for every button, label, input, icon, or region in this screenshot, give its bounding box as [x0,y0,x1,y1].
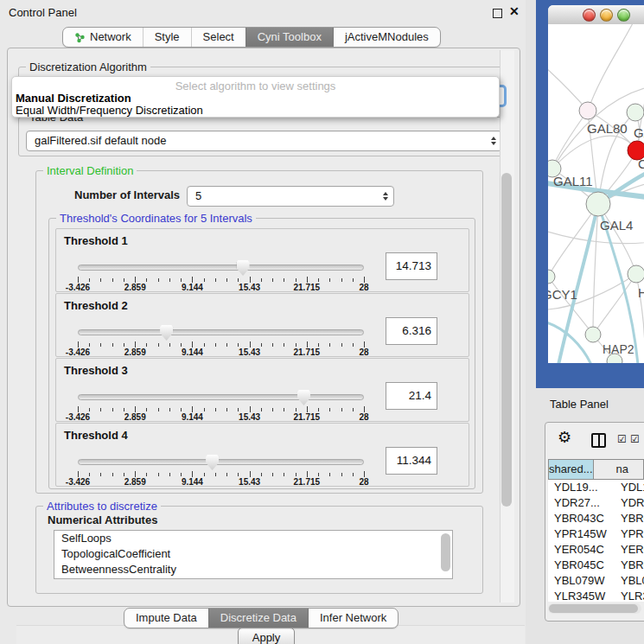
slider-tick [112,343,113,347]
slider-thumb[interactable] [297,390,310,405]
close-icon[interactable]: ✕ [509,4,520,18]
slider-tick [364,277,365,283]
slider-tick-label: 15.43 [239,348,260,357]
list-scrollbar[interactable] [441,533,450,571]
table-hscrollbar-thumb[interactable] [549,604,638,613]
threshold-value-field[interactable]: 21.4 [386,382,437,410]
tab-style[interactable]: Style [143,28,191,47]
network-node[interactable] [579,102,596,119]
close-window-icon[interactable] [583,9,596,22]
slider-tick [329,408,330,411]
network-node[interactable] [586,192,610,216]
tab-cyni-toolbox[interactable]: Cyni Toolbox [245,28,333,47]
table-hscrollbar[interactable] [548,603,641,614]
threshold-slider[interactable]: -3.4262.8599.14415.4321.71528 [78,455,364,484]
table-row[interactable]: YBL079WYBL0 [548,573,644,589]
cell-shared-name: YPR145W [548,526,612,542]
threshold-panel-4: Threshold 4-3.4262.8599.14415.4321.71528… [55,423,469,487]
slider-tick [307,406,308,412]
slider-tick-label: -3.426 [66,348,90,357]
tab-impute-data[interactable]: Impute Data [124,609,208,628]
slider-track[interactable] [78,459,364,465]
tab-infer-network[interactable]: Infer Network [308,609,398,628]
slider-tick [158,408,159,411]
slider-tick [353,408,354,411]
tab-discretize-data[interactable]: Discretize Data [208,609,308,628]
threshold-slider[interactable]: -3.4262.8599.14415.4321.71528 [78,260,364,290]
cell-shared-name: YBL079W [548,573,612,589]
threshold-value-field[interactable]: 11.344 [386,447,437,475]
table-row[interactable]: YDR27...YDR2 [548,495,644,511]
slider-thumb[interactable] [237,260,250,276]
menu-item-manual-discretization[interactable]: Manual Discretization [16,92,131,105]
tab-network[interactable]: Network [63,28,143,47]
checkbox-icon[interactable]: ☑ [617,433,627,445]
network-node[interactable] [627,104,644,121]
threshold-slider[interactable]: -3.4262.8599.14415.4321.71528 [78,325,364,354]
table-row[interactable]: YBR045CYBR0 [548,558,644,573]
threshold-slider[interactable]: -3.4262.8599.14415.4321.71528 [78,390,364,419]
slider-track[interactable] [78,329,364,335]
table-row[interactable]: YER054CYER0 [548,542,644,558]
apply-button[interactable]: Apply [238,628,295,644]
threshold-value-field[interactable]: 14.713 [386,252,437,280]
list-item-betweennesscentrality[interactable]: BetweennessCentrality [54,562,452,577]
number-of-intervals-combobox[interactable]: 5 [187,186,394,207]
slider-tick [124,343,124,347]
network-window-titlebar[interactable] [548,5,644,25]
float-window-icon[interactable] [493,9,502,18]
slider-tick [250,471,251,477]
split-columns-icon[interactable] [591,433,606,448]
column-header-shared-name[interactable]: shared... [548,459,594,480]
slider-tick [158,278,159,282]
slider-tick-label: 21.715 [294,348,321,357]
slider-tick [238,408,239,411]
slider-tick-label: 2.859 [124,348,146,357]
threshold-panel-1: Threshold 1-3.4262.8599.14415.4321.71528… [55,228,469,292]
slider-tick [272,278,273,282]
slider-thumb[interactable] [160,325,173,341]
slider-tick [318,278,319,282]
menu-item-equal-width-frequency-discretization[interactable]: Equal Width/Frequency Discretization [16,104,203,117]
minimize-window-icon[interactable] [600,9,613,22]
slider-track[interactable] [78,265,364,271]
zoom-window-icon[interactable] [617,9,630,22]
network-node[interactable] [628,265,644,283]
tab-label: Impute Data [136,609,197,628]
bottom-tab-bar: Impute DataDiscretize DataInfer Network [124,608,399,628]
table-panel-title: Table Panel [550,398,609,411]
network-edge-thick [548,322,591,363]
cell-name: YDL1 [612,480,644,495]
list-item-selfloops[interactable]: SelfLoops [54,531,452,546]
slider-track[interactable] [78,394,364,400]
slider-tick-label: 15.43 [239,412,260,422]
table-data-combobox[interactable]: galFiltered.sif default node [26,131,502,151]
gear-icon[interactable]: ⚙ [558,430,571,445]
network-node-label: GAL80 [587,121,628,136]
cell-name: YLR3 [612,589,644,602]
network-node[interactable] [585,327,601,342]
slider-tick [238,343,239,347]
table-row[interactable]: YLR345WYLR3 [548,589,644,602]
table-row[interactable]: YDL19...YDL1 [548,480,644,495]
tab-select[interactable]: Select [191,28,245,47]
panel-scrollbar-thumb[interactable] [501,173,512,507]
slider-tick [284,343,284,347]
slider-tick [158,343,159,347]
list-item-topologicalcoefficient[interactable]: TopologicalCoefficient [54,546,452,562]
threshold-title: Threshold 2 [64,299,128,312]
threshold-value-field[interactable]: 6.316 [386,317,437,345]
top-tab-bar: NetworkStyleSelectCyni ToolboxjActiveMNo… [62,27,441,48]
column-header-name[interactable]: na [594,459,644,480]
table-row[interactable]: YBR043CYBR0 [548,511,644,526]
slider-tick [250,406,251,412]
numerical-attributes-list[interactable]: SelfLoopsTopologicalCoefficientBetweenne… [54,530,453,579]
table-row[interactable]: YPR145WYPR1 [548,526,644,542]
network-node[interactable] [548,270,555,284]
checkbox-icon[interactable]: ☑ [630,433,640,445]
network-canvas[interactable]: GAL80GALCGAL11GAL4GCY1HHAP2 [548,24,644,363]
slider-thumb[interactable] [206,455,219,470]
tab-label: Discretize Data [220,609,296,628]
slider-tick [307,471,308,477]
tab-jactivemnodules[interactable]: jActiveMNodules [333,28,440,47]
